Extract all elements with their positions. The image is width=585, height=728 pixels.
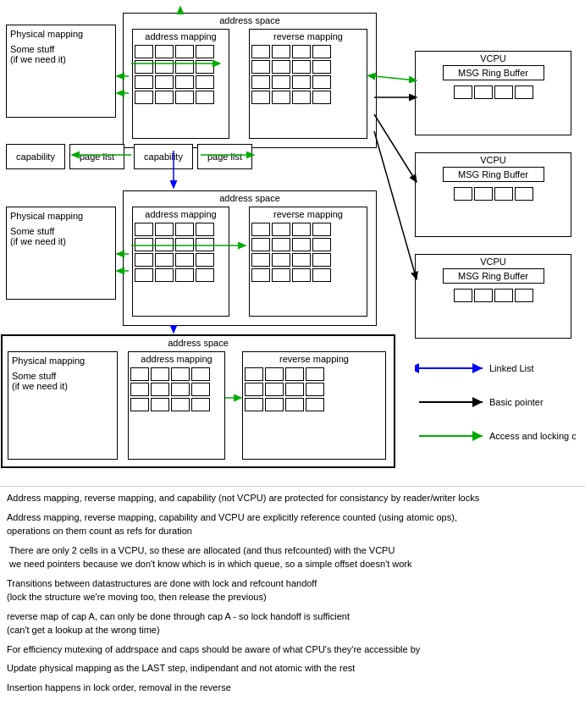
phys-bot-sub: Some stuff(if we need it) bbox=[12, 371, 113, 391]
addr-mid-label: address mapping bbox=[135, 209, 227, 219]
vcpu3-ring: MSG Ring Buffer bbox=[443, 268, 544, 284]
cell bbox=[135, 253, 153, 267]
mid-addr-space-container: address space address mapping bbox=[123, 190, 377, 326]
cell bbox=[155, 238, 174, 251]
cell bbox=[191, 367, 210, 381]
mid-addr-space-label: address space bbox=[124, 193, 376, 203]
top-addr-space-label: address space bbox=[124, 15, 376, 25]
phys-top-sub: Some stuff(if we need it) bbox=[10, 44, 112, 64]
addr-top-box: address mapping bbox=[132, 29, 229, 139]
note-2: There are only 2 cells in a VCPU, so the… bbox=[7, 543, 578, 571]
pagelist2-label: page list bbox=[207, 152, 242, 162]
vcpu1-label: VCPU bbox=[417, 53, 569, 63]
rev-top-box: reverse mapping bbox=[249, 29, 367, 139]
cell bbox=[135, 75, 153, 89]
svg-text:Basic pointer: Basic pointer bbox=[489, 397, 544, 407]
cell bbox=[454, 85, 472, 99]
svg-line-11 bbox=[374, 131, 417, 279]
cell bbox=[265, 398, 284, 411]
diagram: address space address mapping bbox=[0, 0, 585, 483]
cell bbox=[191, 398, 210, 411]
bot-addr-space-label: address space bbox=[3, 338, 394, 348]
phys-mid-sub: Some stuff(if we need it) bbox=[10, 226, 112, 246]
cell bbox=[251, 223, 270, 236]
cell bbox=[251, 45, 270, 58]
vcpu3-label: VCPU bbox=[417, 256, 569, 267]
note-7: Insertion happens in lock order, removal… bbox=[7, 681, 578, 695]
cell bbox=[245, 367, 263, 381]
cell bbox=[175, 45, 194, 58]
cell bbox=[292, 60, 311, 74]
cell bbox=[312, 60, 331, 74]
vcpu1-box: VCPU MSG Ring Buffer bbox=[415, 51, 571, 135]
phys-mid-label: Physical mapping bbox=[10, 211, 112, 221]
cell bbox=[135, 60, 153, 74]
rev-bot-label: reverse mapping bbox=[245, 354, 384, 364]
cell bbox=[155, 268, 174, 282]
cell bbox=[155, 75, 174, 89]
vcpu2-box: VCPU MSG Ring Buffer bbox=[415, 152, 571, 237]
addr-bot-label: address mapping bbox=[130, 354, 223, 364]
cell bbox=[515, 289, 533, 302]
phys-bot-box: Physical mapping Some stuff(if we need i… bbox=[8, 351, 118, 460]
cell bbox=[151, 398, 169, 411]
note-6: Update physical mapping as the LAST step… bbox=[7, 661, 578, 676]
cell bbox=[285, 398, 304, 411]
cell bbox=[292, 268, 311, 282]
cell bbox=[196, 75, 214, 89]
cell bbox=[130, 367, 149, 381]
cell bbox=[251, 268, 270, 282]
vcpu2-ring: MSG Ring Buffer bbox=[443, 167, 544, 182]
note-1: Address mapping, reverse mapping, capabi… bbox=[7, 510, 578, 538]
cell bbox=[175, 253, 194, 267]
cell bbox=[171, 383, 190, 396]
cell bbox=[474, 85, 493, 99]
rev-top-label: reverse mapping bbox=[251, 31, 365, 41]
cell bbox=[292, 238, 311, 251]
cell bbox=[196, 91, 214, 104]
cell bbox=[251, 75, 270, 89]
phys-top-box: Physical mapping Some stuff(if we need i… bbox=[6, 25, 116, 118]
cell bbox=[272, 45, 290, 58]
cell bbox=[151, 367, 169, 381]
cell bbox=[285, 367, 304, 381]
vcpu1-ring: MSG Ring Buffer bbox=[443, 65, 544, 80]
cap2-label: capability bbox=[144, 152, 183, 162]
cell bbox=[175, 223, 194, 236]
cell bbox=[196, 60, 214, 74]
cell bbox=[312, 45, 331, 58]
cell bbox=[306, 383, 324, 396]
cell bbox=[515, 187, 533, 201]
cell bbox=[292, 75, 311, 89]
notes-section: Address mapping, reverse mapping, and ca… bbox=[0, 486, 585, 703]
cell bbox=[196, 268, 214, 282]
vcpu3-box: VCPU MSG Ring Buffer bbox=[415, 254, 571, 339]
pagelist2-box: page list bbox=[197, 144, 252, 169]
cell bbox=[272, 253, 290, 267]
cell bbox=[292, 253, 311, 267]
cell bbox=[312, 75, 331, 89]
cell bbox=[151, 383, 169, 396]
cell bbox=[515, 85, 533, 99]
cell bbox=[494, 187, 513, 201]
cell bbox=[251, 253, 270, 267]
cell bbox=[135, 238, 153, 251]
cell bbox=[196, 45, 214, 58]
cell bbox=[196, 253, 214, 267]
legend-svg: Linked List Basic pointer Access and loc… bbox=[415, 356, 576, 457]
cell bbox=[306, 367, 324, 381]
cell bbox=[474, 187, 493, 201]
cell bbox=[454, 187, 472, 201]
rev-mid-box: reverse mapping bbox=[249, 207, 367, 317]
cell bbox=[272, 268, 290, 282]
cell bbox=[272, 223, 290, 236]
cell bbox=[251, 60, 270, 74]
cell bbox=[175, 268, 194, 282]
cell bbox=[135, 223, 153, 236]
cell bbox=[135, 268, 153, 282]
addr-bot-box: address mapping bbox=[128, 351, 225, 460]
vcpu2-label: VCPU bbox=[417, 155, 569, 165]
top-addr-space-container: address space address mapping bbox=[123, 13, 377, 148]
cell bbox=[454, 289, 472, 302]
cell bbox=[175, 75, 194, 89]
